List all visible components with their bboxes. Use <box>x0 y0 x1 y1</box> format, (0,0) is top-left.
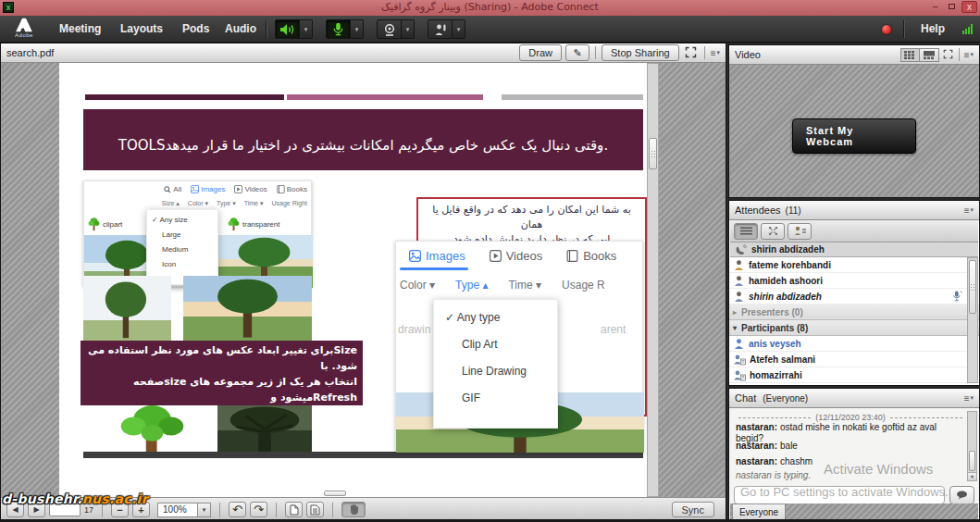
send-message-button[interactable] <box>949 486 974 504</box>
google-small-screenshot: All Images Videos Books Size ▴ Color ▾ T… <box>83 180 312 287</box>
tab-books: Books <box>566 249 616 263</box>
chat-pod-menu[interactable]: ≡▾ <box>964 393 974 404</box>
video-pod-header: Video ≡▾ <box>729 45 979 65</box>
webcam-dropdown[interactable]: ▾ <box>402 19 415 39</box>
attendees-pod-title: Attendees <box>735 205 781 216</box>
filter-type: Type ▾ <box>217 200 236 207</box>
chevron-down-icon: ▾ <box>970 51 974 58</box>
menu-layouts[interactable]: Layouts <box>120 16 163 43</box>
grid-view-button[interactable] <box>900 48 920 62</box>
undo-button[interactable]: ↶ <box>229 502 246 517</box>
draw-button[interactable]: Draw <box>519 44 562 61</box>
tab-all: All <box>164 185 181 193</box>
recording-indicator <box>882 25 891 34</box>
check-icon: ✓ <box>445 311 454 324</box>
menu-pods[interactable]: Pods <box>182 16 209 43</box>
chat-pod: Chat (Everyone) ≡▾ (12/11/2020 23:40) na… <box>728 388 980 522</box>
chip-transparent: transparent <box>228 217 279 231</box>
filter-type: Type ▴ <box>455 279 488 292</box>
horizontal-scroll-grip[interactable] <box>324 491 346 496</box>
video-fullscreen-button[interactable] <box>942 48 954 62</box>
pencil-tool-button[interactable]: ✎ <box>565 44 589 61</box>
share-pod-menu[interactable]: ≡▾ <box>711 48 720 58</box>
status-dropdown[interactable]: ▾ <box>453 19 465 39</box>
mic-dropdown[interactable]: ▾ <box>351 19 364 39</box>
attendee-row[interactable]: anis veyseh <box>729 336 979 352</box>
attendee-row[interactable]: shirin abdizadeh <box>729 289 979 304</box>
host-icon <box>733 275 745 287</box>
tree-icon <box>228 217 240 231</box>
toolbar-separator <box>332 503 333 517</box>
stop-sharing-button[interactable]: Stop Sharing <box>602 44 679 61</box>
attendee-row[interactable]: hamideh ashoori <box>729 273 979 289</box>
attendees-scrollbar[interactable] <box>967 257 978 383</box>
tree-image <box>183 276 312 344</box>
hand-icon <box>349 503 359 516</box>
video-pod-title: Video <box>735 49 761 60</box>
attendees-scrollbar-thumb[interactable] <box>969 260 976 314</box>
presenters-group-row[interactable]: ▸ Presenters (0) <box>729 304 979 320</box>
tree-icon <box>88 217 100 231</box>
pan-tool-button[interactable] <box>341 502 366 517</box>
zoom-select[interactable]: 100% ▾ <box>157 503 211 517</box>
images-icon <box>409 250 421 262</box>
breakout-view-button[interactable] <box>761 223 785 240</box>
toolbar-separator <box>595 46 596 59</box>
slide-bar-gray <box>502 94 643 100</box>
export-page-button[interactable] <box>285 502 303 517</box>
speaker-button[interactable] <box>275 19 300 39</box>
sidebar: Video ≡▾ Start My Webcam <box>728 43 980 522</box>
shared-document: TOOLSوقتی دنبال یک عکس خاص میگردیم امکان… <box>59 63 659 497</box>
chat-scope: (Everyone) <box>763 393 808 404</box>
menu-meeting[interactable]: Meeting <box>59 16 101 43</box>
help-menu[interactable]: Help <box>921 16 945 43</box>
chat-scrollbar-thumb[interactable] <box>969 451 975 471</box>
page-notes-button[interactable] <box>306 502 324 517</box>
webcam-control: ▾ <box>377 19 415 39</box>
attendee-row[interactable]: Atefeh salmani <box>729 352 979 367</box>
document-scrollbar-thumb[interactable] <box>649 138 657 169</box>
zoom-dropdown-arrow[interactable]: ▾ <box>198 503 211 517</box>
restore-button[interactable] <box>944 1 960 13</box>
participants-group-row[interactable]: ▾ Participants (8) <box>729 320 979 336</box>
chat-date-divider: (12/11/2020 23:40) <box>738 413 962 422</box>
sync-button[interactable]: Sync <box>672 502 714 517</box>
chat-message: nastaran:bale <box>736 441 964 452</box>
filmstrip-view-button[interactable] <box>920 48 939 62</box>
toolbar-separator <box>704 46 705 59</box>
webcam-icon <box>383 23 396 36</box>
mic-button[interactable] <box>326 19 351 39</box>
document-scrollbar[interactable] <box>647 63 659 497</box>
chat-input[interactable] <box>734 486 945 504</box>
page-icon <box>290 504 299 516</box>
menu-separator <box>903 20 904 38</box>
toolbar-separator <box>219 503 220 517</box>
attendee-status-view-button[interactable] <box>788 223 812 240</box>
video-pod-menu[interactable]: ≡▾ <box>964 50 974 60</box>
chat-tab-everyone[interactable]: Everyone <box>732 503 786 520</box>
raise-hand-button[interactable] <box>428 19 453 39</box>
close-button[interactable]: x <box>961 1 977 13</box>
minimize-button[interactable]: – <box>927 1 943 13</box>
list-view-button[interactable] <box>734 223 758 240</box>
start-webcam-button[interactable]: Start My Webcam <box>792 118 916 154</box>
adobe-logo-icon <box>15 18 33 32</box>
menu-icon: ≡ <box>964 50 970 60</box>
menu-audio[interactable]: Audio <box>225 16 256 43</box>
attendee-row[interactable]: fateme korehbandi <box>729 257 979 273</box>
redo-button[interactable]: ↷ <box>250 502 267 517</box>
scroll-down-arrow[interactable]: ▾ <box>968 472 976 480</box>
chat-scrollbar[interactable]: ▾ <box>967 411 977 481</box>
webcam-button[interactable] <box>377 19 402 39</box>
chat-message: nastaran:chashm <box>736 456 964 467</box>
videos-icon <box>234 185 242 193</box>
participant-icon <box>733 338 745 350</box>
fullscreen-button[interactable] <box>683 44 699 62</box>
filter-size: Size ▴ <box>162 200 180 207</box>
speaker-dropdown[interactable]: ▾ <box>300 19 313 39</box>
attendees-pod-header: Attendees (11) ≡▾ <box>729 201 979 220</box>
filter-usage: Usage R <box>562 279 605 292</box>
attendees-pod-menu[interactable]: ≡▾ <box>964 205 974 216</box>
google-filters-large: Color ▾ Type ▴ Time ▾ Usage R <box>400 279 605 292</box>
attendee-row[interactable]: homazirrahi <box>729 367 979 383</box>
